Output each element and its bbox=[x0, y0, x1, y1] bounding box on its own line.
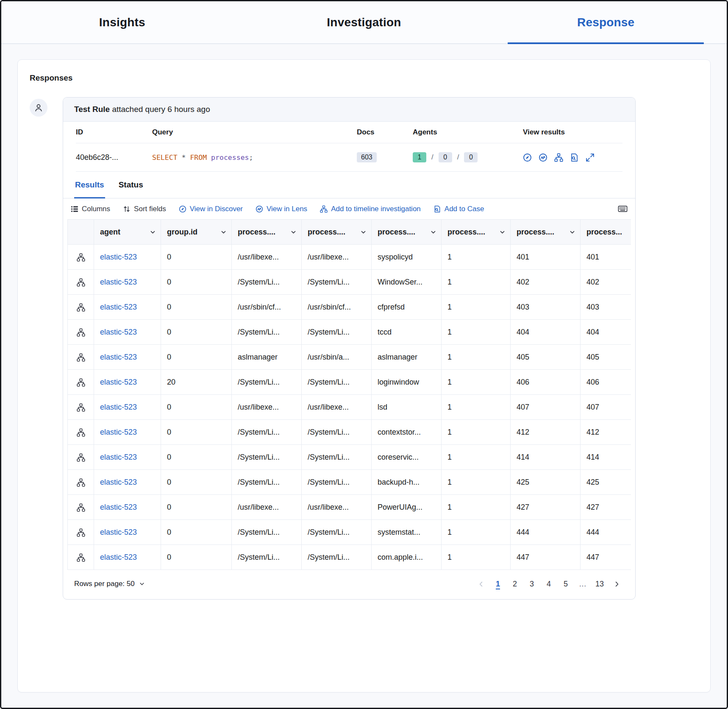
grid-cell: /System/Li... bbox=[302, 445, 372, 470]
add-to-case-button[interactable]: Add to Case bbox=[433, 205, 484, 213]
column-header-process....[interactable]: process.... bbox=[232, 220, 302, 245]
agent-link[interactable]: elastic-523 bbox=[100, 353, 137, 361]
rows-per-page-button[interactable]: Rows per page: 50 bbox=[74, 580, 145, 588]
table-row: elastic-5230/System/Li.../System/Li...co… bbox=[68, 545, 631, 570]
tab-results[interactable]: Results bbox=[74, 172, 105, 198]
column-header-group.id[interactable]: group.id bbox=[161, 220, 232, 245]
grid-cell: 1 bbox=[442, 445, 511, 470]
grid-cell: 405 bbox=[511, 345, 581, 370]
agent-link[interactable]: elastic-523 bbox=[100, 378, 137, 386]
analyzer-icon[interactable] bbox=[77, 278, 85, 287]
pagination-prev-button[interactable] bbox=[473, 576, 489, 592]
label-docs: Docs bbox=[357, 122, 413, 143]
pagination-page-3[interactable]: 3 bbox=[524, 576, 539, 592]
keyboard-shortcuts-button[interactable] bbox=[618, 204, 628, 214]
grid-footer: Rows per page: 50 12345…13 bbox=[63, 570, 635, 599]
agent-cell: elastic-523 bbox=[94, 545, 161, 570]
column-header-agent[interactable]: agent bbox=[94, 220, 161, 245]
agent-link[interactable]: elastic-523 bbox=[100, 428, 137, 436]
expand-icon[interactable] bbox=[586, 153, 595, 162]
column-header-process...[interactable]: process... bbox=[581, 220, 631, 245]
case-icon[interactable] bbox=[570, 153, 579, 162]
columns-icon bbox=[71, 205, 78, 213]
add-to-timeline-label: Add to timeline investigation bbox=[331, 205, 421, 213]
grid-cell: 1 bbox=[442, 470, 511, 495]
table-row: elastic-5230/System/Li.../System/Li...tc… bbox=[68, 320, 631, 345]
grid-cell: 405 bbox=[581, 345, 631, 370]
column-header-label: process... bbox=[586, 228, 622, 237]
row-action-cell bbox=[68, 495, 94, 520]
agent-link[interactable]: elastic-523 bbox=[100, 528, 137, 536]
analyzer-icon[interactable] bbox=[77, 503, 85, 512]
discover-icon[interactable] bbox=[523, 153, 532, 162]
grid-cell: /usr/libexe... bbox=[232, 495, 302, 520]
row-action-cell bbox=[68, 445, 94, 470]
agents-pending-badge: 0 bbox=[439, 152, 452, 162]
analyzer-icon[interactable] bbox=[77, 353, 85, 362]
agent-link[interactable]: elastic-523 bbox=[100, 278, 137, 286]
agent-link[interactable]: elastic-523 bbox=[100, 403, 137, 411]
column-header-process....[interactable]: process.... bbox=[511, 220, 581, 245]
agent-cell: elastic-523 bbox=[94, 295, 161, 320]
pagination-page-2[interactable]: 2 bbox=[507, 576, 522, 592]
analyzer-icon[interactable] bbox=[77, 253, 85, 262]
columns-button[interactable]: Columns bbox=[71, 205, 110, 213]
column-header-label: process.... bbox=[517, 228, 554, 237]
query-code: SELECT * FROM processes; bbox=[152, 154, 253, 162]
lens-icon bbox=[256, 205, 263, 213]
agent-link[interactable]: elastic-523 bbox=[100, 453, 137, 461]
grid-cell: contextstor... bbox=[372, 420, 442, 445]
grid-cell: tccd bbox=[372, 320, 442, 345]
analyzer-icon[interactable] bbox=[77, 328, 85, 337]
grid-cell: /System/Li... bbox=[302, 520, 372, 545]
analyzer-icon[interactable] bbox=[77, 478, 85, 487]
tab-status[interactable]: Status bbox=[118, 172, 144, 198]
agent-link[interactable]: elastic-523 bbox=[100, 503, 137, 511]
agent-link[interactable]: elastic-523 bbox=[100, 328, 137, 336]
pagination-next-button[interactable] bbox=[609, 576, 624, 592]
column-header-process....[interactable]: process.... bbox=[302, 220, 372, 245]
row-action-cell bbox=[68, 370, 94, 395]
grid-cell: cfprefsd bbox=[372, 295, 442, 320]
grid-cell: 20 bbox=[161, 370, 232, 395]
agent-link[interactable]: elastic-523 bbox=[100, 478, 137, 486]
analyzer-icon[interactable] bbox=[77, 528, 85, 537]
chevron-down-icon bbox=[149, 229, 156, 236]
pagination-page-4[interactable]: 4 bbox=[541, 576, 556, 592]
pagination-page-13[interactable]: 13 bbox=[592, 576, 607, 592]
analyzer-icon[interactable] bbox=[77, 453, 85, 462]
label-id: ID bbox=[76, 122, 152, 143]
view-in-lens-button[interactable]: View in Lens bbox=[256, 205, 307, 213]
sort-fields-label: Sort fields bbox=[134, 205, 166, 213]
view-in-discover-button[interactable]: View in Discover bbox=[179, 205, 243, 213]
pagination-page-5[interactable]: 5 bbox=[558, 576, 573, 592]
analyzer-icon[interactable] bbox=[77, 378, 85, 387]
add-to-timeline-button[interactable]: Add to timeline investigation bbox=[320, 205, 421, 213]
tab-investigation[interactable]: Investigation bbox=[243, 1, 485, 43]
column-header-process....[interactable]: process.... bbox=[372, 220, 442, 245]
timeline-icon[interactable] bbox=[554, 153, 563, 162]
grid-cell: /System/Li... bbox=[232, 545, 302, 570]
analyzer-icon[interactable] bbox=[77, 428, 85, 437]
row-action-cell bbox=[68, 470, 94, 495]
grid-cell: 404 bbox=[581, 320, 631, 345]
agent-link[interactable]: elastic-523 bbox=[100, 553, 137, 561]
lens-icon[interactable] bbox=[539, 153, 547, 162]
response-card: Test Rule attached query 6 hours ago ID … bbox=[63, 97, 636, 600]
analyzer-icon[interactable] bbox=[77, 403, 85, 412]
avatar bbox=[30, 99, 47, 117]
table-row: elastic-5230/usr/sbin/cf.../usr/sbin/cf.… bbox=[68, 295, 631, 320]
agent-link[interactable]: elastic-523 bbox=[100, 253, 137, 261]
row-action-cell bbox=[68, 270, 94, 295]
tab-insights[interactable]: Insights bbox=[1, 1, 243, 43]
grid-cell: 1 bbox=[442, 370, 511, 395]
agent-link[interactable]: elastic-523 bbox=[100, 303, 137, 311]
grid-cell: 1 bbox=[442, 345, 511, 370]
analyzer-icon[interactable] bbox=[77, 303, 85, 312]
sort-fields-button[interactable]: Sort fields bbox=[123, 205, 166, 213]
column-header-process....[interactable]: process.... bbox=[442, 220, 511, 245]
analyzer-icon[interactable] bbox=[77, 553, 85, 562]
table-row: elastic-5230/System/Li.../System/Li...co… bbox=[68, 445, 631, 470]
pagination-page-1[interactable]: 1 bbox=[490, 576, 506, 592]
tab-response[interactable]: Response bbox=[485, 1, 727, 43]
